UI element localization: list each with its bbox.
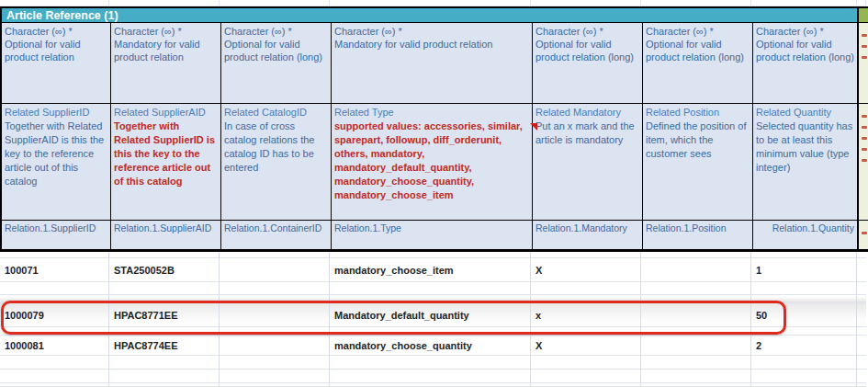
description-cell-catalog-id[interactable]: Related CatalogID In case of cross catal… [221, 104, 332, 220]
empty-cell[interactable] [0, 282, 109, 295]
cell-container-id[interactable] [220, 258, 330, 282]
empty-cell[interactable] [220, 282, 330, 295]
empty-cell[interactable] [751, 252, 857, 258]
empty-cell[interactable] [531, 383, 641, 387]
empty-cell[interactable] [330, 282, 531, 295]
header-cell-position[interactable]: Character (∞) * Optional for valid produ… [643, 23, 753, 103]
header-cell-supplier-id[interactable]: Character (∞) * Optional for valid produ… [2, 23, 111, 103]
empty-cell[interactable] [751, 327, 857, 336]
empty-cell[interactable] [751, 370, 857, 383]
description-cell-supplier-aid[interactable]: Related SupplierAID Together with Relate… [111, 104, 221, 220]
cell-position[interactable] [641, 303, 751, 327]
empty-cell[interactable] [109, 282, 220, 295]
cell-mandatory[interactable]: X [531, 336, 641, 356]
empty-cell[interactable] [641, 282, 751, 295]
empty-cell[interactable] [330, 327, 531, 336]
description-cell-quantity[interactable]: Related Quantity Selected quantity has t… [753, 104, 859, 220]
empty-cell[interactable] [751, 383, 857, 387]
empty-cell[interactable] [109, 370, 220, 383]
empty-cell[interactable] [531, 252, 641, 258]
empty-cell[interactable] [641, 327, 751, 336]
empty-cell[interactable] [531, 295, 641, 303]
cell-mandatory[interactable]: X [531, 258, 641, 282]
cell-supplier-id[interactable]: 100071 [0, 258, 109, 282]
header-cell-mandatory[interactable]: Character (∞) * Optional for valid produ… [533, 23, 643, 103]
sheet-cell[interactable] [220, 0, 330, 6]
cell-supplier-id[interactable]: 1000079 [0, 303, 109, 327]
sheet-cell[interactable] [0, 0, 109, 6]
field-cell-container-id[interactable]: Relation.1.ContainerID [221, 221, 332, 249]
empty-cell[interactable] [641, 356, 751, 370]
empty-cell[interactable] [531, 327, 641, 336]
cell-quantity[interactable]: 50 [751, 303, 857, 327]
empty-cell[interactable] [220, 252, 330, 258]
cell-container-id[interactable] [220, 336, 330, 356]
cell-mandatory[interactable]: x [531, 303, 641, 327]
description-cell-mandatory[interactable]: Related Mandatory Put an x mark and the … [533, 104, 643, 220]
sheet-cell[interactable] [857, 0, 866, 6]
empty-cell[interactable] [220, 356, 330, 370]
empty-cell[interactable] [220, 295, 330, 303]
empty-cell[interactable] [0, 383, 109, 387]
empty-cell[interactable] [641, 295, 751, 303]
cell-supplier-id[interactable]: 1000081 [0, 336, 109, 356]
cell-supplier-aid[interactable]: HPAC8774EE [109, 336, 220, 356]
empty-cell[interactable] [0, 370, 109, 383]
header-cell-quantity[interactable]: Character (∞) * Optional for valid produ… [753, 23, 859, 103]
empty-cell[interactable] [531, 370, 641, 383]
empty-cell[interactable] [641, 383, 751, 387]
cell-position[interactable] [641, 336, 751, 356]
empty-cell[interactable] [330, 252, 531, 258]
empty-cell[interactable] [0, 327, 109, 336]
field-cell-quantity[interactable]: Relation.1.Quantity [753, 221, 859, 249]
field-cell-position[interactable]: Relation.1.Position [643, 221, 753, 249]
empty-cell[interactable] [109, 327, 220, 336]
cell-type[interactable]: mandatory_choose_quantity [330, 336, 531, 356]
empty-cell[interactable] [109, 356, 220, 370]
empty-cell[interactable] [330, 295, 531, 303]
field-cell-supplier-aid[interactable]: Relation.1.SupplierAID [111, 221, 221, 249]
cell-container-id[interactable] [220, 303, 330, 327]
cell-type[interactable]: Mandatory_default_quantity [330, 303, 531, 327]
empty-cell[interactable] [0, 356, 109, 370]
empty-cell[interactable] [330, 356, 531, 370]
sheet-cell[interactable] [330, 0, 531, 6]
empty-cell[interactable] [109, 383, 220, 387]
cell-quantity[interactable]: 1 [751, 258, 857, 282]
empty-cell[interactable] [0, 295, 109, 303]
header-cell-catalog-id[interactable]: Character (∞) * Optional for valid produ… [221, 23, 332, 103]
empty-cell[interactable] [220, 370, 330, 383]
empty-cell[interactable] [220, 383, 330, 387]
header-cell-supplier-aid[interactable]: Character (∞) * Mandatory for valid prod… [111, 23, 221, 103]
sheet-cell[interactable] [751, 0, 857, 6]
empty-cell[interactable] [641, 370, 751, 383]
description-cell-position[interactable]: Related Position Defined the position of… [643, 104, 753, 220]
empty-cell[interactable] [531, 356, 641, 370]
empty-cell[interactable] [641, 252, 751, 258]
empty-cell[interactable] [0, 252, 109, 258]
sheet-cell[interactable] [531, 0, 641, 6]
field-cell-mandatory[interactable]: Relation.1.Mandatory [533, 221, 643, 249]
cell-supplier-aid[interactable]: STA250052B [109, 258, 220, 282]
empty-cell[interactable] [751, 295, 857, 303]
field-cell-type[interactable]: Relation.1.Type [332, 221, 533, 249]
table-title-cell[interactable]: Article Reference (1) [2, 8, 859, 23]
cell-quantity[interactable]: 2 [751, 336, 857, 356]
sheet-cell[interactable] [641, 0, 751, 6]
description-cell-supplier-id[interactable]: Related SupplierID Together with Related… [2, 104, 111, 220]
empty-cell[interactable] [751, 356, 857, 370]
cell-supplier-aid[interactable]: HPAC8771EE [109, 303, 220, 327]
empty-cell[interactable] [330, 383, 531, 387]
cell-type[interactable]: mandatory_choose_item [330, 258, 531, 282]
empty-cell[interactable] [531, 282, 641, 295]
cell-position[interactable] [641, 258, 751, 282]
sheet-cell[interactable] [109, 0, 220, 6]
field-cell-supplier-id[interactable]: Relation.1.SupplierID [2, 221, 111, 249]
empty-cell[interactable] [751, 282, 857, 295]
empty-cell[interactable] [330, 370, 531, 383]
description-cell-type[interactable]: Related Type supported values: accessori… [332, 104, 533, 220]
header-cell-type[interactable]: Character (∞) * Mandatory for valid prod… [332, 23, 533, 103]
empty-cell[interactable] [220, 327, 330, 336]
empty-cell[interactable] [109, 295, 220, 303]
empty-cell[interactable] [109, 252, 220, 258]
